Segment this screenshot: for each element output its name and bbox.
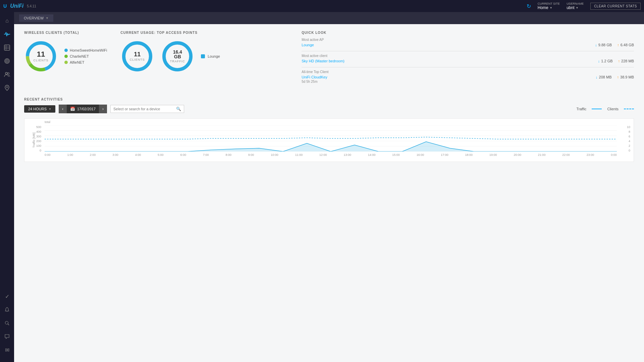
ap-traffic-donut: 16.4 GB TRAFFIC	[161, 40, 194, 73]
all-time-top-client-stats: ↓ 208 MB ↑ 38.9 MB	[596, 75, 634, 79]
sidebar-item-map[interactable]	[2, 42, 12, 53]
most-active-client-down: ↓ 1.2 GB	[598, 59, 613, 63]
most-active-client-up: ↑ 228 MB	[618, 59, 634, 63]
clients-line-dotted	[624, 109, 634, 109]
legend-dot-0	[64, 49, 68, 52]
wireless-clients-widget: WIRELESS CLIENTS (TOTAL)	[24, 31, 107, 87]
recent-controls: 24 HOURS ▼ ‹ 📅 17/02/2017 › 🔍 Traffic	[24, 105, 634, 113]
current-usage-title: CURRENT USAGE: TOP ACCESS POINTS	[120, 31, 288, 35]
current-usage-widget: CURRENT USAGE: TOP ACCESS POINTS 11 CLIE…	[120, 31, 288, 87]
sidebar-item-location[interactable]	[2, 82, 12, 93]
widgets-row: WIRELESS CLIENTS (TOTAL)	[24, 31, 634, 87]
most-active-client-link[interactable]: Sky HD (Master bedroom)	[302, 59, 344, 63]
ubiquiti-logo: U	[3, 3, 7, 9]
recent-activities-title: RECENT ACTIVITIES	[24, 98, 634, 101]
calendar-icon: 📅	[70, 107, 75, 111]
current-site-value[interactable]: Home ▼	[538, 5, 560, 10]
top-nav-right: ↻ CURRENT SITE Home ▼ USERNAME ubnt ▼ CL…	[527, 2, 641, 10]
svg-line-12	[8, 324, 9, 325]
ap-traffic-center: 16.4 GB TRAFFIC	[169, 50, 186, 63]
date-prev-button[interactable]: ‹	[59, 105, 67, 113]
date-display: 📅 17/02/2017	[67, 105, 99, 113]
ap-legend: Lounge	[201, 54, 220, 58]
legend-item-1: CharlieNET	[64, 54, 107, 58]
chart-total-label: total	[45, 120, 50, 124]
sub-nav: OVERVIEW ▼	[14, 12, 644, 24]
most-active-ap-up: ↑ 6.48 GB	[617, 43, 634, 47]
overview-dropdown-icon: ▼	[46, 16, 49, 20]
chart-right-axis: 1086420	[627, 125, 630, 152]
sidebar-item-target[interactable]	[2, 56, 12, 66]
most-active-ap-row: Lounge ↓ 9.88 GB ↑ 6.48 GB	[302, 43, 634, 47]
chart-left-axis: 5004003002001000	[31, 125, 41, 152]
all-time-top-client-section: All-time Top Client UniFi CloudKey ↓ 208…	[302, 70, 634, 83]
content-area: WIRELESS CLIENTS (TOTAL)	[14, 24, 644, 169]
sidebar-item-home[interactable]: ⌂	[2, 15, 12, 26]
most-active-ap-down: ↓ 9.88 GB	[595, 43, 612, 47]
most-active-ap-stats: ↓ 9.88 GB ↑ 6.48 GB	[595, 43, 634, 47]
ap-legend-square	[201, 54, 205, 58]
ap-clients-donut: 11 CLIENTS	[120, 40, 154, 73]
sidebar: ⌂ ✓ ✉	[0, 12, 14, 362]
sidebar-item-chat[interactable]	[2, 331, 12, 342]
username-value[interactable]: ubnt ▼	[567, 5, 584, 10]
current-site-info: CURRENT SITE Home ▼	[538, 2, 560, 10]
sidebar-bottom: ✓ ✉	[2, 291, 12, 355]
most-active-ap-link[interactable]: Lounge	[302, 43, 314, 47]
wireless-clients-title: WIRELESS CLIENTS (TOTAL)	[24, 31, 107, 35]
sidebar-item-search[interactable]	[2, 318, 12, 328]
device-search-box[interactable]: 🔍	[110, 105, 184, 113]
legend-dot-2	[64, 61, 68, 64]
time-range-dropdown-icon: ▼	[49, 108, 51, 111]
top-nav-left: U UniFi 5.4.11	[3, 3, 36, 9]
current-site-label: CURRENT SITE	[538, 2, 560, 5]
legend-item-2: AlfieNET	[64, 60, 107, 64]
quick-look-widget: QUICK LOOK Most active AP Lounge ↓ 9.88 …	[302, 31, 634, 87]
svg-point-11	[5, 321, 8, 324]
most-active-client-section: Most active client Sky HD (Master bedroo…	[302, 54, 634, 63]
sidebar-item-message[interactable]: ✉	[2, 345, 12, 355]
most-active-ap-section: Most active AP Lounge ↓ 9.88 GB ↑ 6.48 G…	[302, 38, 634, 47]
most-active-ap-label: Most active AP	[302, 38, 634, 42]
overview-button[interactable]: OVERVIEW ▼	[19, 14, 53, 22]
legend-item-0: HomeSweetHomeWiFi	[64, 48, 107, 52]
sidebar-item-check[interactable]: ✓	[2, 291, 12, 302]
chart-legend: Traffic Clients	[576, 107, 634, 111]
username-info: USERNAME ubnt ▼	[567, 2, 584, 10]
sidebar-item-bell[interactable]	[2, 304, 12, 315]
all-time-top-client-row: UniFi CloudKey ↓ 208 MB ↑ 38.9 MB	[302, 75, 634, 79]
username-label: USERNAME	[567, 2, 584, 5]
search-icon: 🔍	[176, 107, 181, 111]
device-search-input[interactable]	[113, 107, 174, 111]
wireless-clients-legend: HomeSweetHomeWiFi CharlieNET AlfieNET	[64, 48, 107, 64]
all-time-top-client-label: All-time Top Client	[302, 70, 634, 74]
wireless-clients-chart: 11 CLIENTS HomeSweetHomeWiFi CharlieNET	[24, 40, 107, 73]
svg-point-8	[8, 73, 9, 74]
most-active-client-stats: ↓ 1.2 GB ↑ 228 MB	[598, 59, 634, 63]
all-time-top-client-duration: 5d 5h 25m	[302, 80, 634, 83]
all-time-top-client-up: ↑ 38.9 MB	[617, 75, 634, 79]
ap-clients-center: 11 CLIENTS	[130, 51, 145, 61]
most-active-client-row: Sky HD (Master bedroom) ↓ 1.2 GB ↑ 228 M…	[302, 59, 634, 63]
clear-stats-button[interactable]: CLEAR CURRENT STATS	[590, 3, 641, 10]
all-time-top-client-link[interactable]: UniFi CloudKey	[302, 75, 327, 79]
svg-point-6	[7, 61, 8, 62]
most-active-client-label: Most active client	[302, 54, 634, 58]
quick-look-title: QUICK LOOK	[302, 31, 634, 35]
wireless-clients-donut: 11 CLIENTS	[24, 40, 58, 73]
wireless-clients-center: 11 CLIENTS	[33, 51, 48, 62]
svg-point-9	[6, 86, 8, 88]
time-range-button[interactable]: 24 HOURS ▼	[24, 105, 55, 113]
activity-chart: Traffic [MB] total 1086420 5004003002001…	[24, 118, 634, 162]
app-version: 5.4.11	[27, 4, 36, 8]
sidebar-item-pulse[interactable]	[2, 29, 12, 40]
activity-chart-svg	[45, 125, 617, 152]
recent-activities-section: RECENT ACTIVITIES 24 HOURS ▼ ‹ 📅 17/02/2…	[24, 98, 634, 162]
traffic-line-solid	[592, 109, 602, 109]
date-next-button[interactable]: ›	[99, 105, 107, 113]
date-navigator: ‹ 📅 17/02/2017 ›	[59, 105, 107, 113]
refresh-icon[interactable]: ↻	[527, 3, 531, 9]
legend-dot-1	[64, 55, 68, 58]
x-axis-labels: 0:001:002:003:004:00 5:006:007:008:009:0…	[45, 153, 617, 157]
sidebar-item-clients[interactable]	[2, 69, 12, 80]
